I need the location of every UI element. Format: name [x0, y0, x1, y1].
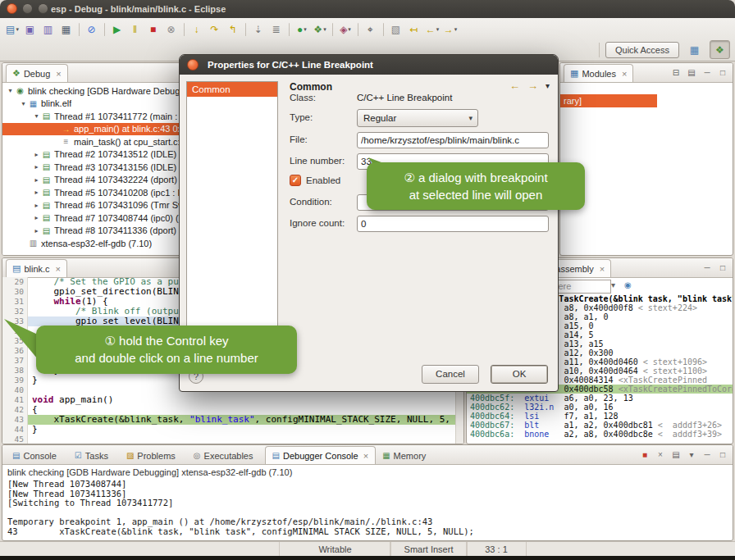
console-tab[interactable]: ◎ Executables — [187, 447, 265, 464]
quick-access-button[interactable]: Quick Access — [605, 42, 679, 58]
location-history-caret-icon[interactable]: ▾ — [611, 280, 615, 289]
toolbar-separator[interactable] — [184, 23, 185, 36]
line-number[interactable]: 36 — [2, 346, 28, 356]
tab-modules[interactable]: ▦ Modules × — [564, 64, 633, 82]
ignore-count-field[interactable] — [357, 216, 549, 232]
terminate-console-icon[interactable]: ■ — [638, 448, 651, 461]
minimize-icon[interactable]: ─ — [701, 66, 714, 79]
tree-twisty-icon[interactable]: ▾ — [6, 87, 15, 94]
save-icon[interactable]: ▣ — [21, 21, 39, 38]
debug-icon[interactable]: ❖ ▾ — [311, 21, 329, 38]
save-all-icon[interactable]: ▥ — [39, 21, 57, 38]
drop-to-frame-icon[interactable]: ⇣ — [249, 21, 267, 38]
toolbar-separator[interactable] — [289, 23, 290, 36]
line-number[interactable]: 30 — [2, 287, 28, 297]
remove-console-icon[interactable]: × — [654, 448, 667, 461]
toolbar-separator[interactable] — [332, 23, 333, 36]
cancel-button[interactable]: Cancel — [422, 365, 479, 384]
file-field[interactable] — [357, 132, 549, 148]
code-text[interactable]: void app_main() — [28, 395, 463, 405]
tree-twisty-icon[interactable]: ▸ — [32, 227, 41, 234]
tree-twisty-icon[interactable]: ▸ — [32, 189, 41, 196]
step-into-icon[interactable]: ↓ — [188, 21, 206, 38]
nav-forward-icon[interactable]: → — [527, 80, 538, 92]
tree-twisty-icon[interactable]: ▸ — [32, 163, 41, 171]
dialog-close-button[interactable] — [187, 59, 199, 71]
tree-twisty-icon[interactable]: ▸ — [32, 151, 41, 158]
tree-twisty-icon[interactable]: ▸ — [32, 176, 41, 184]
disconnect-icon[interactable]: ⊗ — [162, 21, 180, 38]
line-number[interactable]: 35 — [2, 336, 28, 346]
external-tools-icon[interactable]: ◈ ▾ — [336, 21, 354, 38]
sync-pc-icon[interactable]: ◉ — [624, 280, 632, 289]
code-text[interactable]: { — [28, 405, 463, 415]
last-edit-location-icon[interactable]: ↤ — [405, 21, 423, 38]
enabled-checkbox[interactable]: ✓ — [290, 175, 301, 186]
tree-twisty-icon[interactable]: ▾ — [19, 100, 28, 107]
console-tab[interactable]: ▦ Memory — [376, 447, 437, 464]
line-number[interactable]: 45 — [2, 435, 28, 444]
cpp-perspective-button[interactable]: ▦ — [685, 41, 704, 58]
close-icon[interactable]: × — [56, 69, 61, 79]
resume-icon[interactable]: ▶ — [108, 21, 126, 38]
window-minimize-button[interactable] — [22, 3, 33, 14]
forward-icon[interactable]: → ▾ — [441, 21, 459, 38]
line-number[interactable]: 44 — [2, 425, 28, 435]
console-tab[interactable]: ▤ Console — [6, 447, 68, 464]
collapse-all-icon[interactable]: ⊟ — [669, 66, 682, 79]
type-select[interactable]: Regular ▾ — [357, 109, 478, 127]
code-text[interactable]: } — [28, 425, 463, 435]
tree-twisty-icon[interactable]: ▾ — [32, 112, 41, 120]
line-number[interactable]: 29 — [2, 277, 28, 287]
close-icon[interactable]: × — [56, 264, 61, 274]
back-icon[interactable]: ← ▾ — [423, 21, 441, 38]
console-tab[interactable]: ☑ Tasks — [68, 447, 120, 464]
close-icon[interactable]: × — [622, 69, 627, 79]
tab-debug[interactable]: ❖ Debug × — [6, 64, 68, 82]
window-close-button[interactable] — [7, 3, 17, 14]
instruction-stepping-icon[interactable]: ≣ — [267, 21, 285, 38]
skip-all-breakpoints-icon[interactable]: ⊘ — [83, 21, 101, 38]
module-list-item[interactable]: rary] — [560, 94, 657, 107]
tab-blink-c[interactable]: ▤ blink.c × — [6, 259, 67, 277]
tree-twisty-icon[interactable]: ▸ — [32, 214, 41, 221]
toolbar-separator[interactable] — [104, 23, 105, 36]
debug-perspective-button[interactable]: ❖ — [710, 40, 730, 59]
view-menu-caret-icon[interactable]: ▾ — [546, 81, 550, 90]
suspend-icon[interactable]: ‖ — [126, 21, 144, 38]
new-wizard-icon[interactable]: ▤ ▾ — [3, 21, 21, 38]
print-icon[interactable]: ▦ — [57, 21, 75, 38]
search-icon[interactable]: ⌖ — [362, 21, 380, 38]
line-number[interactable]: 33 — [2, 316, 28, 326]
line-number[interactable]: 32 — [2, 307, 28, 316]
line-number[interactable]: 42 — [2, 405, 28, 415]
close-icon[interactable]: × — [363, 451, 368, 461]
nav-back-icon[interactable]: ← — [509, 80, 520, 92]
code-text[interactable]: xTaskCreate(&blink_task, "blink_task", c… — [28, 415, 463, 425]
toolbar-separator[interactable] — [79, 23, 80, 36]
run-icon[interactable]: ● ▾ — [293, 21, 311, 38]
view-menu-icon[interactable]: ▤ — [685, 66, 698, 79]
ok-button[interactable]: OK — [491, 365, 548, 384]
code-text[interactable] — [28, 435, 463, 444]
toolbar-separator[interactable] — [358, 23, 358, 36]
line-number[interactable]: 37 — [2, 356, 28, 366]
minimize-icon[interactable]: ─ — [701, 262, 714, 274]
maximize-icon[interactable]: □ — [716, 262, 729, 274]
line-number[interactable]: 38 — [2, 366, 28, 376]
window-maximize-button[interactable] — [38, 3, 48, 14]
maximize-icon[interactable]: □ — [716, 448, 729, 461]
toolbar-separator[interactable] — [383, 23, 384, 36]
step-return-icon[interactable]: ↰ — [224, 21, 242, 38]
terminate-icon[interactable]: ■ — [144, 21, 162, 38]
line-number[interactable]: 31 — [2, 297, 28, 307]
step-over-icon[interactable]: ↷ — [206, 21, 224, 38]
line-number[interactable]: 34 — [2, 326, 28, 336]
console-tab[interactable]: ▤ Debugger Console × — [265, 446, 377, 464]
console-tab[interactable]: ▨ Problems — [120, 447, 187, 464]
annotations-icon[interactable]: ▧ — [387, 21, 405, 38]
console-menu-caret-icon[interactable]: ▾ — [685, 448, 698, 461]
toolbar-separator[interactable] — [245, 23, 246, 36]
sidebar-item-common[interactable]: Common — [187, 82, 277, 97]
line-number[interactable]: 39 — [2, 376, 28, 385]
